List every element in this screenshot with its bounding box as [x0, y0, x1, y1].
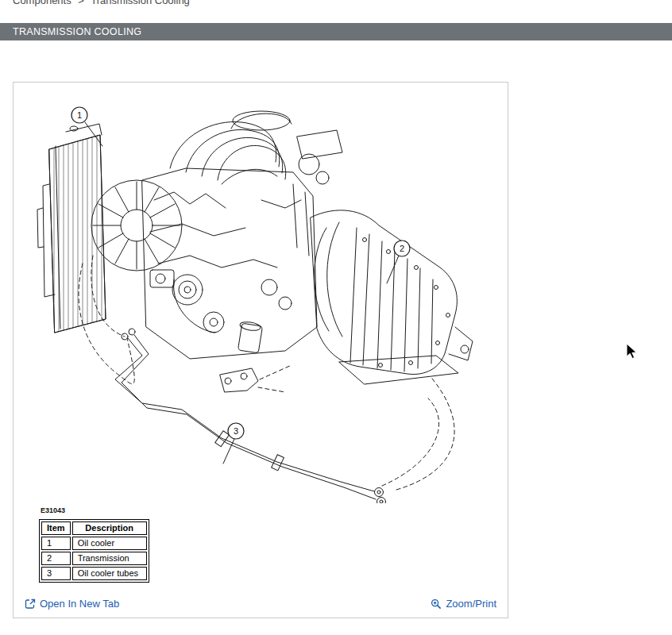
mouse-cursor [626, 343, 639, 360]
breadcrumb-separator: > [78, 0, 84, 6]
table-cell-item: 3 [41, 567, 71, 580]
callout-1-number: 1 [77, 110, 82, 120]
breadcrumb-item-components[interactable]: Components [13, 0, 71, 6]
callout-2: 2 [394, 241, 410, 256]
table-row: 1 Oil cooler [41, 537, 147, 550]
section-header-bar: TRANSMISSION COOLING [0, 23, 672, 40]
zoom-print-label: Zoom/Print [446, 598, 496, 610]
callout-1: 1 [71, 107, 87, 123]
table-header-row: Item Description [41, 521, 147, 535]
zoom-print-link[interactable]: Zoom/Print [431, 598, 496, 610]
open-in-new-tab-link[interactable]: Open In New Tab [25, 598, 119, 610]
table-cell-description: Oil cooler tubes [72, 567, 147, 580]
card-footer: Open In New Tab Zoom/Print [23, 595, 498, 611]
figure-code: E31043 [41, 506, 498, 514]
callout-2-number: 2 [400, 244, 404, 253]
table-cell-description: Transmission [72, 552, 147, 565]
parts-table: Item Description 1 Oil cooler 2 Transmis… [39, 519, 149, 583]
callout-3: 3 [228, 423, 244, 439]
table-header-description: Description [72, 521, 147, 535]
open-in-new-icon [25, 598, 36, 610]
table-cell-item: 1 [41, 537, 71, 550]
table-cell-item: 2 [41, 552, 71, 565]
callout-3-number: 3 [234, 426, 238, 436]
figure: 1 2 3 E31043 Item Description 1 [23, 89, 498, 583]
breadcrumb-item-current: Transmission Cooling [91, 0, 190, 6]
table-cell-description: Oil cooler [72, 537, 147, 550]
table-header-item: Item [41, 521, 71, 535]
table-row: 2 Transmission [41, 552, 147, 565]
breadcrumb: Components > Transmission Cooling [13, 0, 190, 6]
engine-diagram: 1 2 3 [23, 89, 501, 503]
section-title: TRANSMISSION COOLING [13, 26, 141, 37]
table-row: 3 Oil cooler tubes [41, 567, 147, 580]
zoom-icon [431, 598, 442, 610]
open-in-new-tab-label: Open In New Tab [40, 598, 119, 610]
diagram-card: 1 2 3 E31043 Item Description 1 [13, 82, 508, 618]
